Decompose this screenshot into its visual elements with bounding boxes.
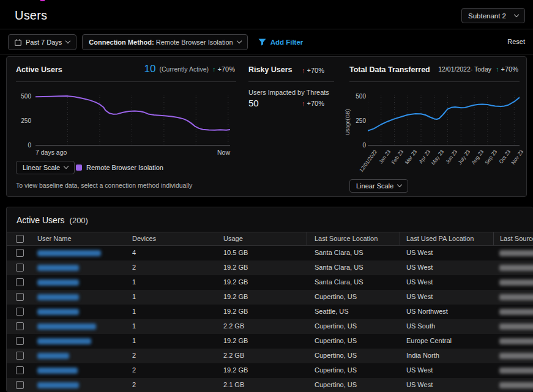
row-checkbox[interactable]: [16, 381, 24, 389]
pa-location-link[interactable]: Europe Central: [406, 337, 452, 344]
row-checkbox[interactable]: [16, 308, 24, 316]
source-ip-redacted: [499, 382, 533, 388]
threat-metric-trend-badge: ↑ +70%: [302, 100, 324, 107]
row-checkbox[interactable]: [16, 278, 24, 286]
row-checkbox[interactable]: [16, 264, 24, 272]
devices-cell: 2: [132, 366, 136, 374]
table-row[interactable]: 119.2 GBSanta Clara, USUS West: [7, 275, 533, 290]
date-range-value: Past 7 Days: [26, 39, 62, 46]
source-location-cell: Cupertino, US: [315, 381, 357, 388]
row-checkbox[interactable]: [16, 352, 24, 360]
col-last-source-ip[interactable]: Last Source IP: [500, 235, 533, 242]
row-checkbox[interactable]: [16, 337, 24, 345]
user-name-redacted[interactable]: [37, 382, 79, 388]
col-last-source-location[interactable]: Last Source Location: [315, 235, 378, 242]
filter-bar: Past 7 Days Connection Method: Remote Br…: [8, 34, 303, 50]
y-tick-label: 500: [356, 93, 366, 100]
user-name-redacted[interactable]: [37, 279, 79, 286]
scale-selector-value: Linear Scale: [356, 182, 393, 190]
pa-location-link[interactable]: US West: [406, 293, 433, 300]
y-axis-title: Usage(GB): [345, 109, 351, 135]
usage-cell: 2.2 GB: [223, 322, 244, 330]
col-last-used-pa-location[interactable]: Last Used PA Location: [406, 235, 474, 242]
table-row[interactable]: 219.2 GBCupertino, USUS West: [7, 363, 533, 378]
source-ip-redacted: [499, 338, 533, 344]
column-separator: [307, 232, 307, 245]
table-row[interactable]: 410.5 GBSanta Clara, USUS West: [7, 246, 533, 261]
y-tick-label: 0: [362, 142, 366, 149]
data-transferred-scale-selector[interactable]: Linear Scale: [349, 179, 408, 193]
pa-location-link[interactable]: US West: [406, 366, 433, 374]
chevron-down-icon: [65, 39, 70, 43]
add-filter-button[interactable]: Add Filter: [258, 39, 304, 46]
pa-location-link[interactable]: US West: [406, 278, 433, 286]
active-users-chart: 5002500 7 days ago Now: [7, 57, 527, 198]
table-row[interactable]: 22.2 GBCupertino, USIndia North: [7, 349, 533, 363]
usage-cell: 19.2 GB: [223, 278, 248, 286]
user-name-redacted[interactable]: [37, 324, 96, 330]
table-row[interactable]: 12.2 GBCupertino, USUS South: [7, 319, 533, 334]
user-name-redacted[interactable]: [37, 265, 79, 271]
row-checkbox[interactable]: [16, 322, 24, 330]
table-row[interactable]: 119.2 GBCupertino, USUS West: [7, 290, 533, 305]
col-user-name[interactable]: User Name: [37, 235, 72, 242]
col-devices[interactable]: Devices: [132, 235, 156, 242]
pa-location-link[interactable]: US West: [406, 264, 433, 271]
reset-filters-button[interactable]: Reset: [507, 38, 525, 45]
chevron-down-icon: [236, 39, 241, 43]
col-usage[interactable]: Usage: [223, 235, 243, 242]
risky-users-title: Risky Users: [248, 65, 293, 74]
subtenant-selector[interactable]: Subtenant 2: [461, 8, 525, 23]
filter-funnel-icon: [258, 39, 266, 46]
row-checkbox[interactable]: [16, 366, 24, 374]
usage-cell: 2.1 GB: [223, 381, 244, 388]
x-tick-label: Feb 23: [390, 149, 405, 165]
x-tick-label: Oct 23: [498, 149, 512, 165]
active-users-scale-selector[interactable]: Linear Scale: [16, 161, 75, 174]
usage-cell: 19.2 GB: [223, 308, 248, 315]
x-tick-label: July 23: [457, 149, 471, 166]
user-name-redacted[interactable]: [37, 353, 69, 359]
date-range-filter[interactable]: Past 7 Days: [8, 34, 76, 50]
devices-cell: 4: [132, 249, 136, 256]
row-checkbox[interactable]: [16, 249, 24, 257]
pa-location-link[interactable]: US West: [406, 381, 433, 388]
legend-label: Remote Browser Isolation: [86, 164, 163, 171]
pa-location-link[interactable]: US West: [406, 249, 433, 256]
data-transferred-x-axis: 12/01/2022Jan 23Feb 23Mar 23Apr 23May 23…: [368, 147, 520, 179]
x-tick-label: Sep 23: [483, 149, 498, 166]
data-transferred-chart: Usage(GB) 5002500 12/01/2022Jan 23Feb 23…: [7, 57, 527, 198]
table-row[interactable]: 119.2 GBCupertino, USEurope Central: [7, 334, 533, 349]
page-title: Users: [15, 9, 47, 23]
y-tick-label: 500: [21, 93, 31, 100]
user-name-redacted[interactable]: [37, 338, 91, 344]
column-separator: [400, 232, 400, 245]
pa-location-link[interactable]: India North: [406, 352, 439, 359]
devices-cell: 2: [132, 381, 136, 388]
connection-method-filter[interactable]: Connection Method: Remote Browser Isolat…: [82, 34, 247, 50]
table-row[interactable]: 22.1 GBCupertino, USUS West: [7, 378, 533, 392]
user-name-redacted[interactable]: [37, 294, 79, 300]
source-location-cell: Cupertino, US: [315, 322, 357, 330]
usage-cell: 19.2 GB: [223, 264, 248, 271]
usage-cell: 19.2 GB: [223, 337, 248, 344]
x-axis-start-label: 7 days ago: [35, 149, 67, 156]
baseline-note: To view baseline data, select a connecti…: [16, 182, 192, 189]
source-location-cell: Santa Clara, US: [315, 249, 363, 256]
trend-value: +70%: [307, 67, 324, 74]
devices-cell: 1: [132, 322, 136, 330]
table-row[interactable]: 119.2 GBSeattle, USUS Northwest: [7, 305, 533, 319]
active-users-table-card: Active Users (200) User Name Devices Usa…: [6, 207, 533, 392]
user-name-redacted[interactable]: [37, 368, 78, 374]
user-name-redacted[interactable]: [37, 250, 101, 256]
pa-location-link[interactable]: US South: [406, 322, 435, 330]
table-row[interactable]: 219.2 GBSanta Clara, USUS West: [7, 261, 533, 275]
section-divider: [16, 81, 236, 82]
row-checkbox[interactable]: [16, 293, 24, 301]
select-all-checkbox[interactable]: [16, 235, 24, 243]
chevron-down-icon: [514, 12, 519, 17]
data-transferred-trend-badge: ↑ +70%: [496, 65, 518, 73]
pa-location-link[interactable]: US Northwest: [406, 308, 448, 315]
usage-cell: 19.2 GB: [223, 293, 248, 300]
user-name-redacted[interactable]: [37, 309, 79, 315]
